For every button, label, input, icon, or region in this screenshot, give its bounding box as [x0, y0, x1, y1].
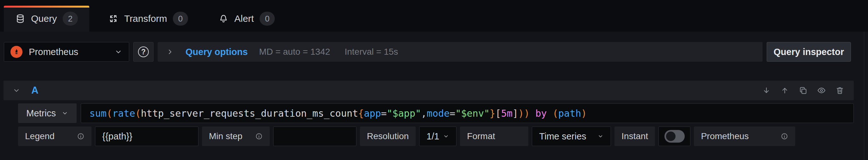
chevron-right-icon	[166, 48, 174, 56]
legend-value: {{path}}	[102, 131, 132, 142]
tab-alert-label: Alert	[234, 13, 254, 24]
toggle-visibility-eye-icon[interactable]	[817, 86, 826, 95]
datasource-name: Prometheus	[29, 47, 108, 57]
legend-label: Legend	[18, 126, 92, 146]
datasource-help-button[interactable]: ?	[133, 42, 154, 62]
legend-label-text: Legend	[25, 131, 55, 141]
min-step-input[interactable]	[273, 126, 356, 146]
resolution-value: 1/1	[426, 131, 439, 142]
query-options-row: Legend {{path}} Min step Resolution 1/1	[18, 126, 854, 146]
promql-token: "$env"	[455, 108, 489, 119]
chevron-down-icon	[597, 133, 604, 139]
format-select[interactable]: Time series	[532, 126, 611, 146]
datasource-picker[interactable]: Prometheus	[4, 42, 129, 62]
promql-token: 5m	[501, 108, 513, 119]
instant-label: Instant	[614, 126, 655, 146]
promql-token: path	[558, 108, 581, 119]
query-inspector-button-label: Query inspector	[774, 47, 844, 57]
query-row-header[interactable]: A	[3, 81, 854, 100]
transform-icon	[108, 13, 118, 24]
delete-query-trash-icon[interactable]	[835, 86, 844, 95]
promql-token: =	[450, 108, 455, 119]
question-mark-icon: ?	[138, 46, 149, 57]
tab-alert-count-badge: 0	[259, 12, 275, 26]
promql-token: (	[135, 108, 141, 119]
tab-query[interactable]: Query 2	[4, 6, 89, 32]
min-step-label: Min step	[202, 126, 270, 146]
query-options-label: Query options	[186, 47, 248, 57]
promql-token	[530, 108, 535, 119]
metrics-browser-label: Metrics	[26, 108, 56, 119]
promql-expression-input[interactable]: sum(rate(http_server_requests_duration_m…	[81, 103, 854, 123]
interval-stat: Interval = 15s	[345, 47, 398, 57]
toggle-knob	[666, 132, 676, 141]
query-ref-id: A	[31, 85, 38, 96]
duplicate-query-icon[interactable]	[799, 86, 808, 95]
promql-token: )	[581, 108, 587, 119]
datasource-info-icon[interactable]	[781, 132, 788, 140]
metrics-browser-button[interactable]: Metrics	[18, 103, 76, 123]
right-pane-divider	[864, 32, 864, 160]
query-row-a: A Metrics sum(rate(h	[3, 81, 854, 146]
chevron-down-icon	[443, 133, 449, 139]
format-label: Format	[460, 126, 528, 146]
tab-alert[interactable]: Alert 0	[207, 6, 286, 32]
promql-token: rate	[113, 108, 135, 119]
query-toolbar: Prometheus ? Query options MD = auto = 1…	[4, 42, 851, 62]
query-row-actions	[762, 86, 844, 95]
promql-token: ]	[513, 108, 518, 119]
promql-token: =	[381, 108, 387, 119]
format-value: Time series	[539, 131, 586, 142]
query-inspector-button[interactable]: Query inspector	[767, 42, 851, 62]
tab-transform-count-badge: 0	[173, 12, 188, 26]
chevron-down-icon	[61, 110, 68, 117]
promql-token: by	[535, 108, 547, 119]
promql-token: (	[552, 108, 558, 119]
max-data-points-stat: MD = auto = 1342	[259, 47, 330, 57]
legend-info-icon[interactable]	[77, 132, 85, 140]
datasource-option-text: Prometheus	[701, 131, 749, 141]
format-label-text: Format	[467, 131, 495, 141]
resolution-label: Resolution	[360, 126, 416, 146]
chevron-down-icon	[114, 48, 123, 56]
bell-icon	[218, 13, 228, 24]
promql-token: ))	[518, 108, 530, 119]
promql-token: (	[107, 108, 113, 119]
tab-query-count-badge: 2	[63, 12, 78, 26]
panel-editor-tabbar: Query 2 Transform 0 Alert 0	[0, 0, 868, 32]
tab-transform[interactable]: Transform 0	[97, 6, 199, 32]
instant-toggle-box	[658, 126, 690, 146]
instant-toggle[interactable]	[664, 130, 685, 142]
query-options-toggle[interactable]: Query options MD = auto = 1342 Interval …	[158, 42, 763, 62]
min-step-info-icon[interactable]	[255, 132, 263, 140]
resolution-select[interactable]: 1/1	[419, 126, 457, 146]
query-editor-row: Metrics sum(rate(http_server_requests_du…	[18, 103, 854, 123]
instant-label-text: Instant	[621, 131, 648, 141]
tab-transform-label: Transform	[124, 13, 167, 24]
query-options-stats: MD = auto = 1342 Interval = 15s	[259, 47, 398, 57]
legend-input[interactable]: {{path}}	[95, 126, 198, 146]
move-query-up-icon[interactable]	[780, 86, 789, 95]
tab-query-label: Query	[31, 13, 57, 24]
promql-token: ,	[421, 108, 427, 119]
min-step-label-text: Min step	[209, 131, 243, 141]
promql-token: sum	[89, 108, 106, 119]
promql-token: {	[358, 108, 364, 119]
promql-token: [	[495, 108, 501, 119]
promql-token: }	[490, 108, 495, 119]
database-icon	[15, 13, 25, 24]
resolution-label-text: Resolution	[367, 131, 409, 141]
promql-token: http_server_requests_duration_ms_count	[141, 108, 358, 119]
collapse-chevron-down-icon[interactable]	[12, 86, 21, 95]
move-query-down-icon[interactable]	[762, 86, 771, 95]
promql-token: mode	[427, 108, 450, 119]
datasource-option-label: Prometheus	[694, 126, 795, 146]
promql-token: app	[364, 108, 381, 119]
prometheus-logo-icon	[10, 46, 23, 58]
promql-token: "$app"	[387, 108, 421, 119]
promql-token	[547, 108, 552, 119]
